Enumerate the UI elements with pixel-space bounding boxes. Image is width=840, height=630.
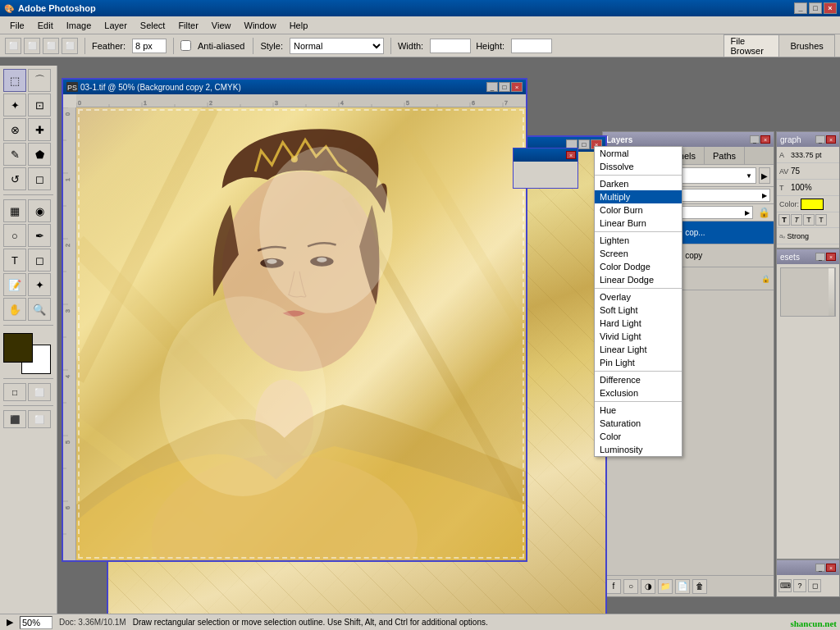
blend-saturation[interactable]: Saturation — [595, 417, 682, 430]
menu-layer[interactable]: Layer — [98, 19, 134, 32]
small-window[interactable]: × — [513, 148, 578, 189]
presets-min-btn[interactable]: _ — [815, 253, 825, 261]
fullscreen-mode[interactable]: ⬛ — [3, 410, 26, 428]
menu-view[interactable]: View — [205, 19, 238, 32]
blend-linearlight[interactable]: Linear Light — [595, 343, 682, 356]
blend-right-arrow[interactable]: ▶ — [759, 167, 770, 184]
layers-minimize-btn[interactable]: _ — [750, 135, 760, 144]
menu-image[interactable]: Image — [60, 19, 98, 32]
layer-delete-icon[interactable]: 🗑 — [692, 579, 707, 594]
menu-select[interactable]: Select — [134, 19, 172, 32]
text-tool[interactable]: T — [3, 249, 26, 272]
close-button[interactable]: × — [824, 2, 837, 14]
blend-linearburn[interactable]: Linear Burn — [595, 217, 682, 230]
shape-tool[interactable]: ◻ — [28, 249, 51, 272]
layer-adj-icon[interactable]: ◑ — [641, 579, 655, 594]
zoom-input[interactable] — [20, 616, 52, 629]
bg-win-max[interactable]: □ — [578, 139, 590, 149]
underline-btn[interactable]: T — [803, 214, 815, 226]
main-win-close[interactable]: × — [511, 82, 523, 92]
standard-mode[interactable]: □ — [3, 383, 26, 401]
blend-colorburn[interactable]: Color Burn — [595, 203, 682, 217]
heal-tool[interactable]: ✚ — [28, 118, 51, 141]
brushes-button[interactable]: Brushes — [779, 35, 834, 57]
italic-btn[interactable]: T — [791, 214, 802, 226]
maximize-button[interactable]: □ — [809, 2, 822, 14]
blend-difference[interactable]: Difference — [595, 373, 682, 386]
gradient-tool[interactable]: ▦ — [3, 199, 26, 222]
anti-alias-checkbox[interactable] — [180, 40, 191, 51]
lasso-tool[interactable]: ⌒ — [28, 69, 51, 92]
blend-lighten[interactable]: Lighten — [595, 234, 682, 247]
tab-paths[interactable]: Paths — [705, 147, 745, 164]
minimize-button[interactable]: _ — [794, 2, 807, 14]
feather-input[interactable] — [132, 39, 167, 53]
char-close-btn[interactable]: × — [826, 135, 836, 144]
main-image-window[interactable]: PS 03-1.tif @ 50% (Background copy 2, CM… — [62, 78, 527, 562]
panel3-min-btn[interactable]: _ — [815, 564, 825, 572]
marquee-tool[interactable]: ⬚ — [3, 69, 26, 92]
hand-tool[interactable]: ✋ — [3, 298, 26, 321]
blend-colordodge[interactable]: Color Dodge — [595, 260, 682, 273]
blend-overlay[interactable]: Overlay — [595, 290, 682, 304]
char-min-btn[interactable]: _ — [815, 135, 825, 144]
strikethrough-btn[interactable]: T — [815, 214, 827, 226]
zoom-tool[interactable]: 🔍 — [28, 298, 51, 321]
layers-close-btn[interactable]: × — [760, 135, 770, 144]
panel3-close-btn[interactable]: × — [826, 564, 836, 572]
layer-new-icon[interactable]: 📄 — [675, 579, 690, 594]
file-browser-button[interactable]: File Browser — [724, 35, 780, 57]
layer-folder-icon[interactable]: 📁 — [658, 579, 673, 594]
history-brush-tool[interactable]: ↺ — [3, 167, 26, 190]
dodge-tool[interactable]: ○ — [3, 224, 26, 247]
style-select[interactable]: Normal Fixed Aspect Ratio Fixed Size — [290, 38, 384, 54]
marquee-btn-1[interactable]: ⬜ — [5, 38, 21, 54]
blend-lineardodge[interactable]: Linear Dodge — [595, 273, 682, 286]
blend-color[interactable]: Color — [595, 430, 682, 443]
quickmask-mode[interactable]: ⬜ — [28, 383, 51, 401]
brush-tool[interactable]: ✎ — [3, 143, 26, 166]
bold-btn[interactable]: T — [778, 214, 790, 226]
menu-file[interactable]: File — [3, 19, 31, 32]
blend-hue[interactable]: Hue — [595, 404, 682, 417]
small-window-close[interactable]: × — [566, 151, 576, 159]
panel3-btn-1[interactable]: ⌨ — [778, 579, 792, 592]
color-swatch-char[interactable] — [801, 199, 824, 210]
blend-darken[interactable]: Darken — [595, 177, 682, 190]
layer-style-icon[interactable]: f — [606, 579, 621, 594]
fullscreen-menu-mode[interactable]: ⬜ — [28, 410, 51, 428]
pen-tool[interactable]: ✒ — [28, 224, 51, 247]
presets-slider-area[interactable] — [780, 267, 836, 317]
panel3-btn-3[interactable]: ◻ — [808, 579, 821, 592]
blend-softlight[interactable]: Soft Light — [595, 304, 682, 317]
marquee-btn-2[interactable]: ⬜ — [24, 38, 40, 54]
presets-scrollbar[interactable] — [829, 268, 835, 316]
eyedropper-tool[interactable]: ✦ — [28, 273, 51, 296]
width-input[interactable] — [430, 39, 471, 53]
presets-close-btn[interactable]: × — [826, 253, 836, 261]
menu-edit[interactable]: Edit — [31, 19, 60, 32]
blend-pinlight[interactable]: Pin Light — [595, 356, 682, 369]
menu-help[interactable]: Help — [283, 19, 315, 32]
slice-tool[interactable]: ⊗ — [3, 118, 26, 141]
menu-filter[interactable]: Filter — [171, 19, 204, 32]
menu-window[interactable]: Window — [238, 19, 283, 32]
blend-multiply[interactable]: Multiply — [595, 190, 682, 203]
eraser-tool[interactable]: ◻ — [28, 167, 51, 190]
main-win-min[interactable]: _ — [486, 82, 498, 92]
blend-hardlight[interactable]: Hard Light — [595, 317, 682, 330]
main-window-title-bar[interactable]: PS 03-1.tif @ 50% (Background copy 2, CM… — [63, 80, 526, 94]
magic-wand-tool[interactable]: ✦ — [3, 94, 26, 116]
stamp-tool[interactable]: ⬟ — [28, 143, 51, 166]
panel3-btn-2[interactable]: ? — [793, 579, 806, 592]
foreground-color-swatch[interactable] — [3, 333, 33, 363]
blend-normal[interactable]: Normal — [595, 147, 682, 160]
crop-tool[interactable]: ⊡ — [28, 94, 51, 116]
height-input[interactable] — [511, 39, 552, 53]
blend-exclusion[interactable]: Exclusion — [595, 386, 682, 399]
blur-tool[interactable]: ◉ — [28, 199, 51, 222]
layer-mask-icon[interactable]: ○ — [623, 579, 638, 594]
annotation-tool[interactable]: 📝 — [3, 273, 26, 296]
marquee-btn-3[interactable]: ⬜ — [43, 38, 59, 54]
blend-vividlight[interactable]: Vivid Light — [595, 330, 682, 343]
